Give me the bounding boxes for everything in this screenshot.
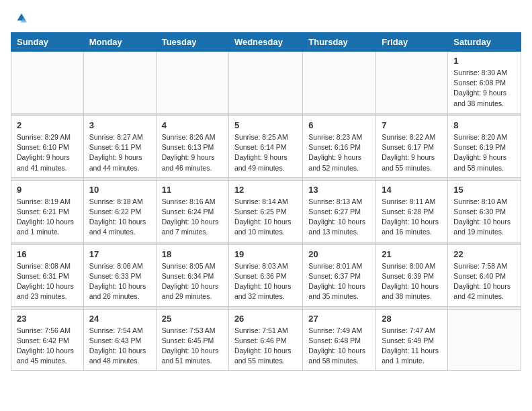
day-info: Sunrise: 8:19 AM Sunset: 6:21 PM Dayligh…	[17, 197, 78, 238]
calendar-cell	[228, 52, 302, 113]
day-number: 13	[308, 185, 370, 195]
calendar-cell: 4Sunrise: 8:26 AM Sunset: 6:13 PM Daylig…	[156, 116, 228, 177]
day-info: Sunrise: 8:00 AM Sunset: 6:39 PM Dayligh…	[382, 261, 442, 302]
day-header-friday: Friday	[376, 33, 448, 52]
calendar-cell: 26Sunrise: 7:51 AM Sunset: 6:46 PM Dayli…	[228, 309, 302, 371]
calendar-cell: 21Sunrise: 8:00 AM Sunset: 6:39 PM Dayli…	[376, 244, 448, 306]
day-number: 19	[234, 249, 297, 259]
day-header-sunday: Sunday	[11, 33, 84, 52]
day-info: Sunrise: 8:30 AM Sunset: 6:08 PM Dayligh…	[453, 68, 515, 109]
day-number: 24	[89, 314, 150, 324]
day-info: Sunrise: 8:11 AM Sunset: 6:28 PM Dayligh…	[382, 197, 442, 238]
calendar-cell: 13Sunrise: 8:13 AM Sunset: 6:27 PM Dayli…	[303, 180, 376, 242]
day-number: 8	[453, 120, 515, 130]
day-number: 16	[17, 249, 78, 259]
calendar-cell: 9Sunrise: 8:19 AM Sunset: 6:21 PM Daylig…	[11, 180, 84, 242]
calendar-header-row: SundayMondayTuesdayWednesdayThursdayFrid…	[11, 33, 521, 52]
calendar-cell: 20Sunrise: 8:01 AM Sunset: 6:37 PM Dayli…	[303, 244, 376, 306]
day-number: 2	[17, 120, 78, 130]
calendar-cell: 28Sunrise: 7:47 AM Sunset: 6:49 PM Dayli…	[376, 309, 448, 371]
day-number: 25	[162, 314, 223, 324]
calendar-cell	[156, 52, 228, 113]
day-info: Sunrise: 7:54 AM Sunset: 6:43 PM Dayligh…	[89, 326, 150, 367]
calendar-week-1: 1Sunrise: 8:30 AM Sunset: 6:08 PM Daylig…	[11, 52, 521, 113]
day-number: 4	[162, 120, 223, 130]
day-info: Sunrise: 7:56 AM Sunset: 6:42 PM Dayligh…	[17, 326, 78, 367]
day-number: 27	[308, 314, 370, 324]
day-number: 23	[17, 314, 78, 324]
calendar-cell: 18Sunrise: 8:05 AM Sunset: 6:34 PM Dayli…	[156, 244, 228, 306]
calendar-cell: 12Sunrise: 8:14 AM Sunset: 6:25 PM Dayli…	[228, 180, 302, 242]
day-info: Sunrise: 7:53 AM Sunset: 6:45 PM Dayligh…	[162, 326, 223, 367]
calendar-cell: 24Sunrise: 7:54 AM Sunset: 6:43 PM Dayli…	[83, 309, 156, 371]
calendar-cell	[303, 52, 376, 113]
day-info: Sunrise: 8:06 AM Sunset: 6:33 PM Dayligh…	[89, 261, 150, 302]
calendar: SundayMondayTuesdayWednesdayThursdayFrid…	[11, 32, 521, 371]
day-number: 9	[17, 185, 78, 195]
day-info: Sunrise: 7:58 AM Sunset: 6:40 PM Dayligh…	[453, 261, 515, 302]
page-header	[11, 11, 521, 27]
calendar-cell: 7Sunrise: 8:22 AM Sunset: 6:17 PM Daylig…	[376, 116, 448, 177]
day-number: 18	[162, 249, 223, 259]
calendar-cell: 25Sunrise: 7:53 AM Sunset: 6:45 PM Dayli…	[156, 309, 228, 371]
day-info: Sunrise: 8:18 AM Sunset: 6:22 PM Dayligh…	[89, 197, 150, 238]
day-header-tuesday: Tuesday	[156, 33, 228, 52]
day-info: Sunrise: 8:10 AM Sunset: 6:30 PM Dayligh…	[453, 197, 515, 238]
calendar-cell	[83, 52, 156, 113]
day-number: 28	[382, 314, 442, 324]
calendar-cell: 6Sunrise: 8:23 AM Sunset: 6:16 PM Daylig…	[303, 116, 376, 177]
day-number: 5	[234, 120, 297, 130]
day-number: 17	[89, 249, 150, 259]
day-number: 15	[453, 185, 515, 195]
day-header-thursday: Thursday	[303, 33, 376, 52]
day-info: Sunrise: 8:23 AM Sunset: 6:16 PM Dayligh…	[308, 132, 370, 173]
day-number: 7	[382, 120, 442, 130]
calendar-cell: 23Sunrise: 7:56 AM Sunset: 6:42 PM Dayli…	[11, 309, 84, 371]
day-header-monday: Monday	[83, 33, 156, 52]
calendar-cell	[376, 52, 448, 113]
day-info: Sunrise: 7:49 AM Sunset: 6:48 PM Dayligh…	[308, 326, 370, 367]
day-info: Sunrise: 8:14 AM Sunset: 6:25 PM Dayligh…	[234, 197, 297, 238]
calendar-cell: 10Sunrise: 8:18 AM Sunset: 6:22 PM Dayli…	[83, 180, 156, 242]
day-number: 12	[234, 185, 297, 195]
day-info: Sunrise: 8:20 AM Sunset: 6:19 PM Dayligh…	[453, 132, 515, 173]
calendar-week-4: 16Sunrise: 8:08 AM Sunset: 6:31 PM Dayli…	[11, 244, 521, 306]
day-number: 20	[308, 249, 370, 259]
calendar-cell: 16Sunrise: 8:08 AM Sunset: 6:31 PM Dayli…	[11, 244, 84, 306]
day-header-saturday: Saturday	[448, 33, 521, 52]
day-info: Sunrise: 8:01 AM Sunset: 6:37 PM Dayligh…	[308, 261, 370, 302]
logo-icon	[11, 11, 27, 27]
day-number: 22	[453, 249, 515, 259]
day-info: Sunrise: 8:26 AM Sunset: 6:13 PM Dayligh…	[162, 132, 223, 173]
calendar-cell: 5Sunrise: 8:25 AM Sunset: 6:14 PM Daylig…	[228, 116, 302, 177]
day-number: 1	[453, 56, 515, 66]
day-number: 10	[89, 185, 150, 195]
day-info: Sunrise: 7:47 AM Sunset: 6:49 PM Dayligh…	[382, 326, 442, 367]
logo	[11, 11, 30, 27]
calendar-cell: 3Sunrise: 8:27 AM Sunset: 6:11 PM Daylig…	[83, 116, 156, 177]
calendar-cell: 11Sunrise: 8:16 AM Sunset: 6:24 PM Dayli…	[156, 180, 228, 242]
calendar-cell: 1Sunrise: 8:30 AM Sunset: 6:08 PM Daylig…	[448, 52, 521, 113]
calendar-cell: 15Sunrise: 8:10 AM Sunset: 6:30 PM Dayli…	[448, 180, 521, 242]
calendar-cell: 27Sunrise: 7:49 AM Sunset: 6:48 PM Dayli…	[303, 309, 376, 371]
calendar-cell	[448, 309, 521, 371]
day-number: 21	[382, 249, 442, 259]
calendar-week-5: 23Sunrise: 7:56 AM Sunset: 6:42 PM Dayli…	[11, 309, 521, 371]
day-number: 3	[89, 120, 150, 130]
day-info: Sunrise: 8:25 AM Sunset: 6:14 PM Dayligh…	[234, 132, 297, 173]
day-info: Sunrise: 8:08 AM Sunset: 6:31 PM Dayligh…	[17, 261, 78, 302]
day-number: 6	[308, 120, 370, 130]
day-info: Sunrise: 8:03 AM Sunset: 6:36 PM Dayligh…	[234, 261, 297, 302]
calendar-cell	[11, 52, 84, 113]
day-info: Sunrise: 8:29 AM Sunset: 6:10 PM Dayligh…	[17, 132, 78, 173]
day-info: Sunrise: 8:16 AM Sunset: 6:24 PM Dayligh…	[162, 197, 223, 238]
day-number: 26	[234, 314, 297, 324]
day-info: Sunrise: 7:51 AM Sunset: 6:46 PM Dayligh…	[234, 326, 297, 367]
day-number: 14	[382, 185, 442, 195]
day-info: Sunrise: 8:13 AM Sunset: 6:27 PM Dayligh…	[308, 197, 370, 238]
day-info: Sunrise: 8:22 AM Sunset: 6:17 PM Dayligh…	[382, 132, 442, 173]
day-info: Sunrise: 8:05 AM Sunset: 6:34 PM Dayligh…	[162, 261, 223, 302]
day-info: Sunrise: 8:27 AM Sunset: 6:11 PM Dayligh…	[89, 132, 150, 173]
calendar-cell: 19Sunrise: 8:03 AM Sunset: 6:36 PM Dayli…	[228, 244, 302, 306]
calendar-cell: 14Sunrise: 8:11 AM Sunset: 6:28 PM Dayli…	[376, 180, 448, 242]
